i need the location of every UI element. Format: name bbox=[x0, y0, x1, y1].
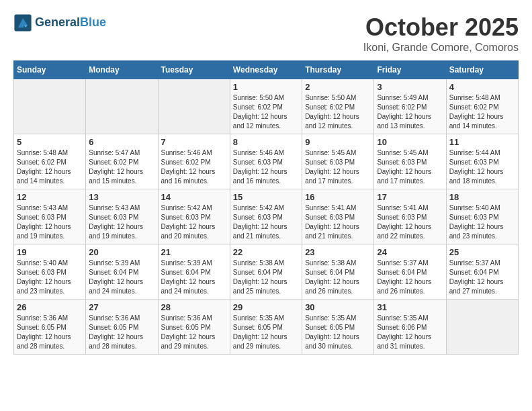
day-cell: 4Sunrise: 5:48 AM Sunset: 6:02 PM Daylig… bbox=[446, 79, 518, 134]
day-number: 18 bbox=[449, 192, 515, 202]
day-info: Sunrise: 5:38 AM Sunset: 6:04 PM Dayligh… bbox=[233, 259, 299, 296]
day-cell: 18Sunrise: 5:40 AM Sunset: 6:03 PM Dayli… bbox=[446, 189, 518, 244]
day-cell: 23Sunrise: 5:38 AM Sunset: 6:04 PM Dayli… bbox=[302, 244, 374, 300]
day-number: 26 bbox=[17, 302, 83, 312]
day-info: Sunrise: 5:35 AM Sunset: 6:06 PM Dayligh… bbox=[377, 314, 443, 351]
day-cell: 3Sunrise: 5:49 AM Sunset: 6:02 PM Daylig… bbox=[374, 79, 446, 134]
title-block: October 2025 Ikoni, Grande Comore, Comor… bbox=[363, 13, 519, 54]
day-cell: 8Sunrise: 5:46 AM Sunset: 6:03 PM Daylig… bbox=[230, 134, 302, 189]
logo-text-line1: GeneralBlue bbox=[35, 15, 106, 30]
day-cell: 7Sunrise: 5:46 AM Sunset: 6:02 PM Daylig… bbox=[158, 134, 230, 189]
day-info: Sunrise: 5:40 AM Sunset: 6:03 PM Dayligh… bbox=[17, 259, 83, 296]
day-number: 16 bbox=[305, 192, 371, 202]
day-cell: 28Sunrise: 5:36 AM Sunset: 6:05 PM Dayli… bbox=[158, 300, 230, 355]
day-cell: 2Sunrise: 5:50 AM Sunset: 6:02 PM Daylig… bbox=[302, 79, 374, 134]
day-number: 29 bbox=[233, 302, 299, 312]
day-cell: 6Sunrise: 5:47 AM Sunset: 6:02 PM Daylig… bbox=[86, 134, 158, 189]
day-number: 30 bbox=[305, 302, 371, 312]
day-cell: 1Sunrise: 5:50 AM Sunset: 6:02 PM Daylig… bbox=[230, 79, 302, 134]
col-header-sunday: Sunday bbox=[14, 61, 86, 79]
page-header: GeneralBlue October 2025 Ikoni, Grande C… bbox=[13, 13, 519, 54]
calendar-table: SundayMondayTuesdayWednesdayThursdayFrid… bbox=[13, 60, 519, 355]
day-number: 23 bbox=[305, 247, 371, 257]
week-row-1: 1Sunrise: 5:50 AM Sunset: 6:02 PM Daylig… bbox=[14, 79, 519, 134]
day-info: Sunrise: 5:35 AM Sunset: 6:05 PM Dayligh… bbox=[233, 314, 299, 351]
day-number: 2 bbox=[305, 82, 371, 92]
day-cell: 30Sunrise: 5:35 AM Sunset: 6:05 PM Dayli… bbox=[302, 300, 374, 355]
day-cell: 24Sunrise: 5:37 AM Sunset: 6:04 PM Dayli… bbox=[374, 244, 446, 300]
day-cell bbox=[14, 79, 86, 134]
day-number: 7 bbox=[161, 137, 227, 147]
day-cell: 11Sunrise: 5:44 AM Sunset: 6:03 PM Dayli… bbox=[446, 134, 518, 189]
day-info: Sunrise: 5:41 AM Sunset: 6:03 PM Dayligh… bbox=[377, 203, 443, 241]
logo-icon bbox=[13, 13, 32, 32]
day-number: 10 bbox=[377, 137, 443, 147]
day-cell: 20Sunrise: 5:39 AM Sunset: 6:04 PM Dayli… bbox=[86, 244, 158, 300]
day-cell: 5Sunrise: 5:48 AM Sunset: 6:02 PM Daylig… bbox=[14, 134, 86, 189]
day-cell: 10Sunrise: 5:45 AM Sunset: 6:03 PM Dayli… bbox=[374, 134, 446, 189]
day-cell: 12Sunrise: 5:43 AM Sunset: 6:03 PM Dayli… bbox=[14, 189, 86, 244]
day-info: Sunrise: 5:43 AM Sunset: 6:03 PM Dayligh… bbox=[17, 203, 83, 241]
day-info: Sunrise: 5:42 AM Sunset: 6:03 PM Dayligh… bbox=[161, 203, 227, 241]
day-cell: 15Sunrise: 5:42 AM Sunset: 6:03 PM Dayli… bbox=[230, 189, 302, 244]
day-number: 22 bbox=[233, 247, 299, 257]
day-number: 14 bbox=[161, 192, 227, 202]
day-info: Sunrise: 5:48 AM Sunset: 6:02 PM Dayligh… bbox=[449, 93, 515, 131]
col-header-tuesday: Tuesday bbox=[158, 61, 230, 79]
day-number: 9 bbox=[305, 137, 371, 147]
day-info: Sunrise: 5:49 AM Sunset: 6:02 PM Dayligh… bbox=[377, 93, 443, 131]
day-cell: 19Sunrise: 5:40 AM Sunset: 6:03 PM Dayli… bbox=[14, 244, 86, 300]
day-info: Sunrise: 5:37 AM Sunset: 6:04 PM Dayligh… bbox=[449, 259, 515, 296]
day-info: Sunrise: 5:46 AM Sunset: 6:02 PM Dayligh… bbox=[161, 148, 227, 186]
day-info: Sunrise: 5:44 AM Sunset: 6:03 PM Dayligh… bbox=[449, 148, 515, 186]
day-info: Sunrise: 5:48 AM Sunset: 6:02 PM Dayligh… bbox=[17, 148, 83, 186]
week-row-3: 12Sunrise: 5:43 AM Sunset: 6:03 PM Dayli… bbox=[14, 189, 519, 244]
day-number: 27 bbox=[89, 302, 154, 312]
day-info: Sunrise: 5:40 AM Sunset: 6:03 PM Dayligh… bbox=[449, 203, 515, 241]
day-cell: 16Sunrise: 5:41 AM Sunset: 6:03 PM Dayli… bbox=[302, 189, 374, 244]
day-number: 11 bbox=[449, 137, 515, 147]
logo: GeneralBlue bbox=[13, 13, 106, 32]
day-number: 3 bbox=[377, 82, 443, 92]
col-header-wednesday: Wednesday bbox=[230, 61, 302, 79]
day-info: Sunrise: 5:39 AM Sunset: 6:04 PM Dayligh… bbox=[161, 259, 227, 296]
day-info: Sunrise: 5:45 AM Sunset: 6:03 PM Dayligh… bbox=[377, 148, 443, 186]
day-number: 12 bbox=[17, 192, 83, 202]
col-header-thursday: Thursday bbox=[302, 61, 374, 79]
month-title: October 2025 bbox=[363, 13, 519, 42]
day-cell: 22Sunrise: 5:38 AM Sunset: 6:04 PM Dayli… bbox=[230, 244, 302, 300]
day-info: Sunrise: 5:50 AM Sunset: 6:02 PM Dayligh… bbox=[233, 93, 299, 131]
day-cell: 13Sunrise: 5:43 AM Sunset: 6:03 PM Dayli… bbox=[86, 189, 158, 244]
day-info: Sunrise: 5:43 AM Sunset: 6:03 PM Dayligh… bbox=[89, 203, 154, 241]
day-cell: 31Sunrise: 5:35 AM Sunset: 6:06 PM Dayli… bbox=[374, 300, 446, 355]
day-cell bbox=[446, 300, 518, 355]
day-number: 21 bbox=[161, 247, 227, 257]
day-number: 25 bbox=[449, 247, 515, 257]
day-info: Sunrise: 5:36 AM Sunset: 6:05 PM Dayligh… bbox=[17, 314, 83, 351]
day-cell bbox=[86, 79, 158, 134]
day-number: 13 bbox=[89, 192, 154, 202]
day-info: Sunrise: 5:38 AM Sunset: 6:04 PM Dayligh… bbox=[305, 259, 371, 296]
col-header-friday: Friday bbox=[374, 61, 446, 79]
day-info: Sunrise: 5:50 AM Sunset: 6:02 PM Dayligh… bbox=[305, 93, 371, 131]
day-info: Sunrise: 5:37 AM Sunset: 6:04 PM Dayligh… bbox=[377, 259, 443, 296]
day-info: Sunrise: 5:39 AM Sunset: 6:04 PM Dayligh… bbox=[89, 259, 154, 296]
day-number: 31 bbox=[377, 302, 443, 312]
week-row-5: 26Sunrise: 5:36 AM Sunset: 6:05 PM Dayli… bbox=[14, 300, 519, 355]
day-number: 6 bbox=[89, 137, 154, 147]
day-number: 1 bbox=[233, 82, 299, 92]
day-cell: 17Sunrise: 5:41 AM Sunset: 6:03 PM Dayli… bbox=[374, 189, 446, 244]
day-info: Sunrise: 5:41 AM Sunset: 6:03 PM Dayligh… bbox=[305, 203, 371, 241]
day-number: 5 bbox=[17, 137, 83, 147]
day-info: Sunrise: 5:36 AM Sunset: 6:05 PM Dayligh… bbox=[161, 314, 227, 351]
day-info: Sunrise: 5:35 AM Sunset: 6:05 PM Dayligh… bbox=[305, 314, 371, 351]
day-cell: 25Sunrise: 5:37 AM Sunset: 6:04 PM Dayli… bbox=[446, 244, 518, 300]
week-row-4: 19Sunrise: 5:40 AM Sunset: 6:03 PM Dayli… bbox=[14, 244, 519, 300]
day-number: 17 bbox=[377, 192, 443, 202]
day-info: Sunrise: 5:46 AM Sunset: 6:03 PM Dayligh… bbox=[233, 148, 299, 186]
day-info: Sunrise: 5:47 AM Sunset: 6:02 PM Dayligh… bbox=[89, 148, 154, 186]
day-number: 19 bbox=[17, 247, 83, 257]
day-cell: 9Sunrise: 5:45 AM Sunset: 6:03 PM Daylig… bbox=[302, 134, 374, 189]
week-row-2: 5Sunrise: 5:48 AM Sunset: 6:02 PM Daylig… bbox=[14, 134, 519, 189]
day-number: 28 bbox=[161, 302, 227, 312]
